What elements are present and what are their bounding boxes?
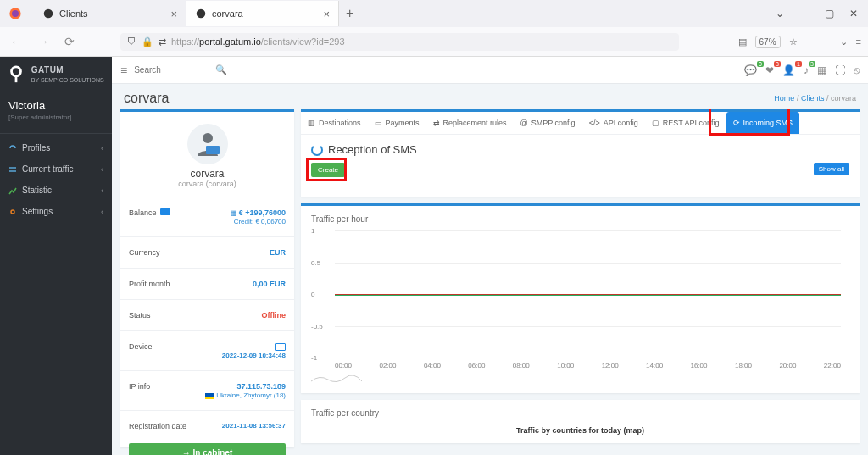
row-currency: Currency EUR [129, 246, 286, 259]
in-cabinet-button[interactable]: → In cabinet [129, 443, 286, 455]
svg-rect-7 [206, 146, 220, 154]
zoom-level[interactable]: 67% [755, 36, 781, 48]
tab-nav: ▥Destinations ▭Payments ⇄Replacement rul… [301, 112, 860, 135]
spinner-icon [311, 144, 323, 156]
url-path: /clients/view?id=293 [261, 36, 345, 47]
page-title: corvara [124, 91, 169, 106]
traffic-hour-panel: Traffic per hour 1 0.5 0 -0.5 -1 00:00 0… [301, 203, 860, 393]
url-host: portal.gatum.io [199, 36, 261, 47]
search-input[interactable] [134, 65, 202, 75]
y-tick: -0.5 [311, 322, 323, 330]
svg-point-4 [12, 67, 21, 76]
minimize-button[interactable]: — [799, 8, 810, 19]
svg-point-6 [203, 133, 213, 143]
traffic-hour-chart: 1 0.5 0 -0.5 -1 00:00 02:00 04:00 06:00 … [335, 230, 841, 358]
firefox-icon [8, 7, 22, 20]
sidebar: GATUM BY SEMPICO SOLUTIONS Victoria [Sup… [0, 57, 112, 455]
browser-tab[interactable]: corvara × [186, 1, 339, 26]
tab-smpp-config[interactable]: @SMPP config [514, 112, 582, 134]
bars-icon: ▥ [308, 119, 315, 127]
shield-icon: ⛉ [127, 36, 136, 47]
tab-title: Clients [59, 8, 88, 19]
sidebar-item-current-traffic[interactable]: Current traffic ‹ [0, 158, 112, 180]
row-ip: IP info 37.115.73.189Ukraine, Zhytomyr (… [129, 380, 286, 402]
menu-toggle-icon[interactable]: ≡ [120, 64, 127, 77]
maximize-button[interactable]: ▢ [825, 8, 834, 19]
sidebar-item-profiles[interactable]: Profiles ‹ [0, 137, 112, 158]
address-bar[interactable]: ⛉ 🔒 ⇄ https://portal.gatum.io/clients/vi… [120, 33, 679, 51]
sidebar-username: Victoria [0, 96, 112, 114]
tabs-panel: ▥Destinations ▭Payments ⇄Replacement rul… [301, 109, 860, 197]
monitor-icon [275, 343, 286, 351]
arrows-icon [8, 165, 17, 174]
topbar-icons: 💬0 ❤3 👤1 ♪3 ▦ ⛶ ⎋ [744, 64, 860, 76]
svg-point-3 [197, 9, 206, 19]
sidebar-item-settings[interactable]: Settings ‹ [0, 201, 112, 222]
wallet-icon: ▭ [375, 119, 382, 127]
close-button[interactable]: ✕ [849, 8, 858, 19]
heart-icon[interactable]: ❤3 [765, 64, 774, 76]
reload-button[interactable]: ⟳ [61, 35, 78, 48]
fullscreen-icon[interactable]: ⛶ [835, 64, 845, 76]
sidebar-item-label: Settings [22, 207, 53, 216]
tab-favicon [195, 8, 207, 19]
bell-icon[interactable]: ♪3 [804, 64, 809, 76]
close-icon[interactable]: × [170, 8, 177, 20]
link-icon [8, 144, 17, 153]
topbar: ≡ 🔍 💬0 ❤3 👤1 ♪3 ▦ ⛶ ⎋ [112, 57, 868, 84]
pocket-icon[interactable]: ⌄ [840, 36, 848, 47]
chevron-down-icon[interactable]: ⌄ [776, 8, 784, 19]
address-icons: ▤ 67% ☆ ⌄ ≡ [738, 36, 861, 48]
address-row: ← → ⟳ ⛉ 🔒 ⇄ https://portal.gatum.io/clie… [0, 27, 868, 56]
tab-favicon [42, 8, 54, 19]
user-icon[interactable]: 👤1 [782, 64, 795, 76]
tab-api-config[interactable]: </>API config [582, 112, 645, 134]
tab-replacement-rules[interactable]: ⇄Replacement rules [426, 112, 514, 134]
chart-icon [8, 186, 17, 195]
back-button[interactable]: ← [7, 35, 25, 48]
logout-icon[interactable]: ⎋ [854, 64, 860, 76]
permissions-icon: ⇄ [159, 36, 166, 47]
close-icon[interactable]: × [323, 8, 330, 20]
chart-title: Traffic per hour [311, 214, 849, 224]
row-status: Status Offline [129, 308, 286, 322]
brand-line1: GATUM [31, 65, 64, 75]
tab-payments[interactable]: ▭Payments [368, 112, 426, 134]
breadcrumb: Home / Clients / corvara [774, 94, 856, 103]
breadcrumb-clients[interactable]: Clients [801, 94, 825, 103]
search-box[interactable]: 🔍 [134, 64, 227, 76]
menu-icon[interactable]: ≡ [856, 36, 861, 47]
window-icon: ▢ [652, 119, 659, 127]
show-all-button[interactable]: Show all [814, 163, 849, 175]
browser-chrome: Clients × corvara × + ⌄ — ▢ ✕ ← → ⟳ ⛉ 🔒 … [0, 0, 868, 57]
logo-icon [7, 65, 25, 84]
window-controls: ⌄ — ▢ ✕ [776, 8, 868, 19]
search-icon[interactable]: 🔍 [215, 64, 227, 75]
row-device: Device 2022-12-09 10:34:48 [129, 340, 286, 362]
y-tick: 0.5 [311, 258, 320, 266]
sidebar-item-statistic[interactable]: Statistic ‹ [0, 180, 112, 201]
forward-button[interactable]: → [34, 35, 53, 48]
reader-icon[interactable]: ▤ [738, 36, 747, 47]
tab-body: Reception of SMS Create Show all [301, 135, 860, 197]
tab-destinations[interactable]: ▥Destinations [301, 112, 368, 134]
client-sub: corvara (corvara) [129, 180, 286, 188]
series-line-b [335, 295, 841, 296]
breadcrumb-home[interactable]: Home [774, 94, 794, 103]
code-icon: </> [589, 119, 600, 127]
mini-sparkline [311, 373, 362, 383]
flag-icon[interactable]: ▦ [817, 64, 826, 76]
app-root: GATUM BY SEMPICO SOLUTIONS Victoria [Sup… [0, 57, 868, 455]
svg-point-2 [44, 9, 53, 19]
chat-icon[interactable]: 💬0 [744, 64, 757, 76]
sidebar-item-label: Current traffic [22, 164, 73, 174]
gear-icon [8, 208, 17, 216]
tab-strip: Clients × corvara × + ⌄ — ▢ ✕ [0, 0, 868, 27]
y-tick: -1 [311, 354, 317, 362]
breadcrumb-current: corvara [831, 94, 856, 103]
highlight-incoming-sms [709, 109, 790, 136]
y-tick: 0 [311, 291, 314, 298]
browser-tab[interactable]: Clients × [34, 1, 186, 26]
bookmark-icon[interactable]: ☆ [789, 36, 798, 47]
new-tab-button[interactable]: + [339, 3, 360, 25]
